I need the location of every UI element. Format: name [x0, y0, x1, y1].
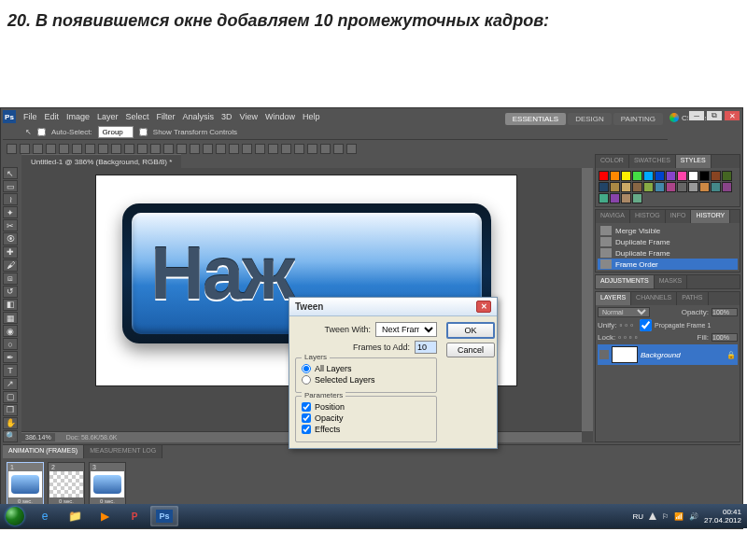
swatch[interactable]	[643, 171, 654, 181]
workspace-essentials[interactable]: ESSENTIALS	[505, 113, 566, 125]
swatch[interactable]	[599, 171, 609, 181]
swatch[interactable]	[666, 182, 676, 192]
lasso-tool[interactable]: ≀	[3, 193, 18, 205]
tab-histogram[interactable]: HISTOG	[630, 210, 666, 223]
swatch[interactable]	[688, 171, 698, 181]
frame-3[interactable]: 3 0 sec.	[89, 462, 126, 506]
dialog-close-button[interactable]: ✕	[476, 301, 491, 313]
swatch[interactable]	[711, 182, 721, 192]
opacity-input[interactable]	[712, 308, 738, 316]
swatch[interactable]	[599, 182, 609, 192]
blend-mode-select[interactable]: Normal	[598, 307, 650, 317]
tab-styles[interactable]: STYLES	[676, 155, 712, 168]
dodge-tool[interactable]: ○	[3, 338, 18, 350]
pen-tool[interactable]: ✒	[3, 351, 18, 363]
gradient-tool[interactable]: ▦	[3, 312, 18, 324]
zoom-tool[interactable]: 🔍	[3, 430, 18, 442]
eyedropper-tool[interactable]: ⦿	[3, 232, 18, 245]
tab-masks[interactable]: MASKS	[655, 275, 688, 288]
frames-to-add-input[interactable]	[415, 341, 437, 354]
history-brush-tool[interactable]: ↺	[3, 286, 18, 298]
tab-color[interactable]: COLOR	[596, 155, 629, 168]
3d-tool[interactable]: ❒	[3, 404, 18, 416]
menu-select[interactable]: Select	[126, 112, 149, 121]
history-item[interactable]: Duplicate Frame	[598, 247, 738, 259]
wand-tool[interactable]: ✦	[3, 206, 18, 218]
frame-1[interactable]: 1 0 sec.	[7, 462, 44, 506]
layer-background[interactable]: Background 🔒	[598, 344, 738, 365]
selected-layers-radio[interactable]	[302, 375, 311, 385]
eraser-tool[interactable]: ◧	[3, 299, 18, 311]
menu-help[interactable]: Help	[303, 112, 320, 121]
volume-icon[interactable]: 🔊	[689, 512, 698, 521]
lang-indicator[interactable]: RU	[632, 512, 643, 521]
propagate-checkbox[interactable]	[640, 319, 652, 331]
zoom-level[interactable]: 386.14%	[21, 433, 55, 441]
menu-file[interactable]: File	[23, 112, 37, 121]
path-tool[interactable]: ↗	[3, 378, 18, 390]
tab-layers[interactable]: LAYERS	[596, 292, 631, 305]
tab-measurement[interactable]: MEASUREMENT LOG	[84, 445, 162, 458]
history-item[interactable]: Merge Visible	[598, 225, 738, 236]
tab-info[interactable]: INFO	[666, 210, 692, 223]
menu-image[interactable]: Image	[66, 112, 90, 121]
start-button[interactable]	[0, 504, 30, 528]
swatch[interactable]	[610, 193, 620, 203]
flag-icon[interactable]: ⚐	[662, 512, 669, 521]
auto-select-checkbox[interactable]	[37, 128, 46, 136]
swatch[interactable]	[621, 182, 631, 192]
menu-window[interactable]: Window	[265, 112, 295, 121]
lock-icon[interactable]: ▫	[618, 333, 621, 342]
swatch[interactable]	[632, 182, 642, 192]
cancel-button[interactable]: Cancel	[446, 343, 495, 357]
menu-filter[interactable]: Filter	[157, 112, 176, 121]
document-tab[interactable]: Untitled-1 @ 386% (Background, RGB/8) *	[21, 154, 181, 169]
tab-swatches[interactable]: SWATCHES	[629, 155, 676, 168]
menu-analysis[interactable]: Analysis	[183, 112, 215, 121]
swatch[interactable]	[677, 171, 687, 181]
taskbar-powerpoint[interactable]: P	[120, 506, 148, 526]
menu-view[interactable]: View	[240, 112, 258, 121]
healing-tool[interactable]: ✚	[3, 246, 18, 259]
menu-3d[interactable]: 3D	[221, 112, 233, 121]
toolbar-icon[interactable]	[7, 144, 17, 154]
swatch[interactable]	[599, 193, 609, 203]
swatch[interactable]	[722, 182, 732, 192]
opacity-checkbox[interactable]	[302, 413, 311, 423]
swatch[interactable]	[643, 182, 654, 192]
tab-history[interactable]: HISTORY	[691, 210, 730, 223]
auto-select-dropdown[interactable]: Group	[98, 126, 134, 138]
swatch[interactable]	[655, 171, 665, 181]
maximize-button[interactable]: ⧉	[706, 110, 723, 121]
taskbar-media[interactable]: ▶	[91, 506, 119, 526]
marquee-tool[interactable]: ▭	[3, 180, 18, 192]
crop-tool[interactable]: ✂	[3, 219, 18, 231]
swatch[interactable]	[655, 182, 665, 192]
effects-checkbox[interactable]	[302, 425, 311, 434]
tab-adjustments[interactable]: ADJUSTMENTS	[596, 275, 655, 288]
tab-animation[interactable]: ANIMATION (FRAMES)	[3, 445, 84, 458]
taskbar-photoshop[interactable]: Ps	[150, 506, 178, 526]
move-tool[interactable]: ↖	[3, 167, 18, 179]
blur-tool[interactable]: ◉	[3, 325, 18, 337]
stamp-tool[interactable]: ⧇	[3, 273, 18, 285]
ok-button[interactable]: OK	[446, 322, 495, 339]
swatch[interactable]	[699, 171, 710, 181]
history-item-active[interactable]: Frame Order	[598, 259, 738, 270]
tab-channels[interactable]: CHANNELS	[631, 292, 677, 305]
swatch[interactable]	[610, 171, 620, 181]
all-layers-radio[interactable]	[302, 364, 311, 373]
swatch[interactable]	[666, 171, 676, 181]
taskbar-explorer[interactable]: 📁	[61, 506, 89, 526]
menu-layer[interactable]: Layer	[97, 112, 119, 121]
swatch[interactable]	[632, 171, 642, 181]
swatch[interactable]	[632, 193, 642, 203]
tab-paths[interactable]: PATHS	[677, 292, 708, 305]
taskbar-ie[interactable]: e	[31, 506, 59, 526]
minimize-button[interactable]: ─	[688, 110, 705, 121]
swatch[interactable]	[711, 171, 721, 181]
tab-navigator[interactable]: NAVIGA	[596, 210, 630, 223]
swatch[interactable]	[621, 171, 631, 181]
position-checkbox[interactable]	[302, 402, 311, 412]
swatch[interactable]	[688, 182, 698, 192]
